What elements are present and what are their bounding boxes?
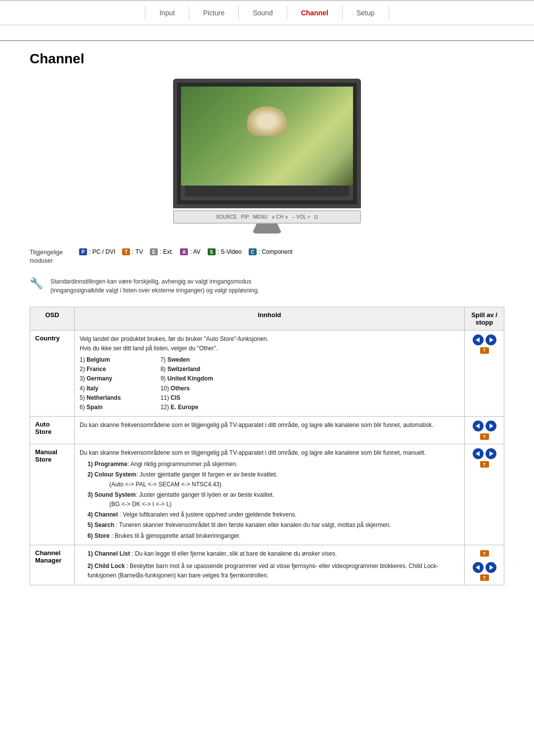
mode-label-ext: : Ext. xyxy=(160,248,173,255)
play-btn-right-manual[interactable] xyxy=(486,448,496,459)
label-channel-manager: ChannelManager xyxy=(30,545,75,585)
auto-store-text: Du kan skanne frekvensområdene som er ti… xyxy=(80,421,459,430)
play-country: T xyxy=(465,330,504,417)
th-content: Innhold xyxy=(75,307,465,330)
arrow-left-icon-channel xyxy=(476,565,480,570)
nav-input[interactable]: Input xyxy=(145,6,189,20)
note-icon: 🔧 xyxy=(30,277,44,290)
play-btn-left-manual[interactable] xyxy=(473,448,484,459)
tv-illustration: SOURCE PIP MENU ∨ CH ∧ – VOL + ⊡ xyxy=(30,79,504,234)
main-table: OSD Innhold Spill av / stopp Country Vel… xyxy=(30,307,504,586)
content-auto-store: Du kan skanne frekvensområdene som er ti… xyxy=(75,417,465,444)
label-manual-store: ManualStore xyxy=(30,444,75,545)
mode-av: A : AV xyxy=(180,248,200,255)
page-title: Channel xyxy=(30,51,504,67)
tv-control-ch: ∨ CH ∧ xyxy=(271,214,288,220)
table-row-manual-store: ManualStore Du kan skanne frekvensområde… xyxy=(30,444,504,545)
mode-icon-s: S xyxy=(208,248,216,255)
country-text: Velg landet der produktet brukes, før du… xyxy=(80,334,459,413)
nav-separator xyxy=(0,40,534,41)
modes-icons-list: P : PC / DVI T : TV E : Ext. A : AV S : … xyxy=(79,248,292,255)
label-country: Country xyxy=(30,330,75,417)
available-modes: Tilgjengelige moduser P : PC / DVI T : T… xyxy=(30,248,504,265)
tv-control-menu: MENU xyxy=(253,214,267,220)
tv-screen-area xyxy=(173,79,361,208)
mode-pc-dvi: P : PC / DVI xyxy=(79,248,115,255)
content-channel-manager: 1) Channel List : Du kan legge til eller… xyxy=(75,545,465,585)
play-btns-row-country xyxy=(473,334,496,345)
th-osd: OSD xyxy=(30,307,75,330)
tv-mode-icon-country: T xyxy=(480,347,489,354)
play-btn-right-country[interactable] xyxy=(486,334,496,345)
mode-icon-c: C xyxy=(249,248,257,255)
arrow-right-icon-manual xyxy=(490,451,493,456)
manual-store-text: Du kan skanne frekvensområdene som er ti… xyxy=(80,448,459,541)
th-play: Spill av / stopp xyxy=(465,307,504,330)
play-btns-row-channel xyxy=(473,562,496,573)
tv-control-source: SOURCE xyxy=(216,214,237,220)
tv-stand-shape xyxy=(252,224,282,234)
note-text: Standardinnstillingen kan være forskjell… xyxy=(50,277,259,295)
arrow-right-icon-auto xyxy=(490,424,493,428)
table-row-channel-manager: ChannelManager 1) Channel List : Du kan … xyxy=(30,545,504,585)
play-btn-right-auto-store[interactable] xyxy=(486,421,496,431)
top-navigation: Input Picture Sound Channel Setup xyxy=(0,0,534,25)
tv-mode-icon-auto: T xyxy=(480,433,489,440)
nav-picture[interactable]: Picture xyxy=(189,6,239,20)
play-btn-group-auto-store: T xyxy=(470,421,499,440)
arrow-right-icon-channel xyxy=(490,565,493,570)
arrow-left-icon xyxy=(476,337,480,342)
play-btn-left-channel[interactable] xyxy=(473,562,484,573)
mode-tv: T : TV xyxy=(122,248,143,255)
tv-wrapper: SOURCE PIP MENU ∨ CH ∧ – VOL + ⊡ xyxy=(173,79,361,234)
mode-ext: E : Ext. xyxy=(150,248,173,255)
mode-label-av: : AV xyxy=(190,248,200,255)
play-auto-store: T xyxy=(465,417,504,444)
mode-label-component: : Component xyxy=(259,248,293,255)
play-btns-row-manual xyxy=(473,448,496,459)
mode-component: C : Component xyxy=(249,248,293,255)
tv-control-pip: PIP xyxy=(241,214,249,220)
label-auto-store: AutoStore xyxy=(30,417,75,444)
nav-setup[interactable]: Setup xyxy=(343,6,389,20)
table-header-row: OSD Innhold Spill av / stopp xyxy=(30,307,504,330)
page-content: Channel SOURCE PIP MENU ∨ CH ∧ – VOL + ⊡… xyxy=(0,51,534,615)
play-channel-manager: T xyxy=(465,545,504,585)
tv-screen xyxy=(181,87,353,186)
nav-sound[interactable]: Sound xyxy=(239,6,287,20)
tv-mode-icon-manual: T xyxy=(480,461,489,468)
mode-icon-a: A xyxy=(180,248,188,255)
mode-icon-t: T xyxy=(122,248,130,255)
arrow-left-icon-manual xyxy=(476,451,480,456)
nav-channel[interactable]: Channel xyxy=(287,6,343,20)
mode-svideo: S : S-Video xyxy=(208,248,242,255)
arrow-right-icon xyxy=(490,337,493,342)
play-manual-store: T xyxy=(465,444,504,545)
mode-label-pc: : PC / DVI xyxy=(89,248,115,255)
mode-icon-p: P xyxy=(79,248,87,255)
tv-mode-icon-channel-1: T xyxy=(480,550,489,557)
play-btn-group-manual: T xyxy=(470,448,499,468)
tv-stand xyxy=(173,224,361,234)
modes-label: Tilgjengelige moduser xyxy=(30,248,69,265)
tv-mode-icon-channel-2: T xyxy=(480,574,489,581)
tv-control-vol: – VOL + xyxy=(292,214,311,220)
arrow-left-icon-auto xyxy=(476,424,480,428)
note-section: 🔧 Standardinnstillingen kan være forskje… xyxy=(30,273,504,299)
mode-label-svideo: : S-Video xyxy=(218,248,242,255)
tv-bottom-bar xyxy=(181,186,353,200)
channel-manager-text: 1) Channel List : Du kan legge til eller… xyxy=(80,549,459,581)
mode-icon-e: E xyxy=(150,248,158,255)
play-btn-left-auto-store[interactable] xyxy=(473,421,484,431)
mode-label-tv: : TV xyxy=(132,248,143,255)
table-row-auto-store: AutoStore Du kan skanne frekvensområdene… xyxy=(30,417,504,444)
content-manual-store: Du kan skanne frekvensområdene som er ti… xyxy=(75,444,465,545)
tv-controls-bar: SOURCE PIP MENU ∨ CH ∧ – VOL + ⊡ xyxy=(173,210,361,224)
play-btn-left-country[interactable] xyxy=(473,334,484,345)
tv-control-square: ⊡ xyxy=(314,214,318,220)
play-btn-right-channel[interactable] xyxy=(486,562,496,573)
table-row-country: Country Velg landet der produktet brukes… xyxy=(30,330,504,417)
play-btn-group-channel: T xyxy=(470,549,499,581)
content-country: Velg landet der produktet brukes, før du… xyxy=(75,330,465,417)
play-btns-row-auto-store xyxy=(473,421,496,431)
